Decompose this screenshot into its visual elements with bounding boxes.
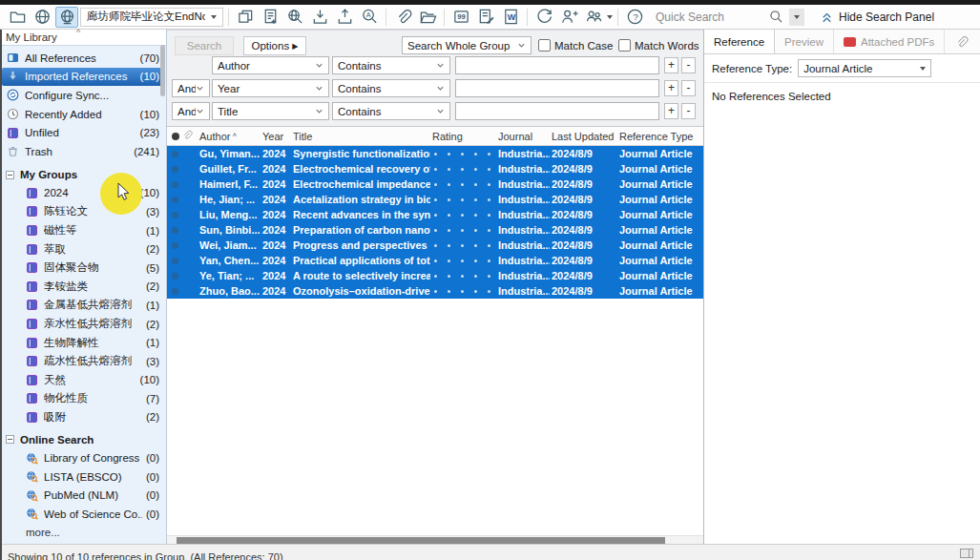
reference-row[interactable]: Liu, Meng...2024Recent advances in the s…	[167, 207, 703, 222]
sidebar-item[interactable]: LISTA (EBSCO)(0)	[0, 467, 166, 487]
online-search-icon[interactable]	[283, 7, 306, 28]
sidebar-item[interactable]: 物化性质(7)	[0, 389, 166, 408]
sidebar-item[interactable]: 2024(10)	[0, 184, 166, 203]
sidebar-item[interactable]: 吸附(2)	[0, 408, 166, 427]
column-header-rating[interactable]: Rating	[430, 131, 496, 142]
quick-search-dropdown-icon[interactable]	[789, 9, 804, 26]
remove-criteria-button[interactable]: -	[681, 103, 696, 119]
rating-dots[interactable]	[430, 153, 496, 156]
new-library-icon[interactable]	[6, 7, 29, 28]
sidebar-item[interactable]: 固体聚合物(5)	[0, 259, 166, 278]
comparator-select[interactable]: Contains	[332, 56, 450, 74]
field-select[interactable]: Year	[212, 79, 329, 97]
copy-references-icon[interactable]	[234, 7, 257, 28]
sidebar-item[interactable]: 疏水性低共熔溶剂(3)	[0, 352, 166, 371]
sidebar-item[interactable]: Library of Congress(0)	[0, 448, 166, 467]
sidebar-item[interactable]: Unfiled(23)	[0, 123, 166, 142]
quick-search-input[interactable]	[656, 8, 762, 27]
field-select[interactable]: Title	[212, 102, 329, 120]
add-criteria-button[interactable]: +	[664, 103, 678, 119]
collapse-expander-icon[interactable]	[6, 435, 14, 444]
collaborators-dropdown-icon[interactable]	[607, 15, 613, 19]
reference-row[interactable]: Sun, Binbi...2024Preparation of carbon n…	[167, 222, 703, 238]
search-term-input[interactable]	[455, 79, 659, 97]
open-shared-library-icon[interactable]	[31, 7, 53, 28]
reference-row[interactable]: Zhuo, Bao...2024Ozonolysis–oxidation-dri…	[167, 283, 703, 299]
open-attachment-icon[interactable]	[416, 7, 439, 28]
sidebar-scrollbar[interactable]	[160, 45, 165, 96]
rating-dots[interactable]	[430, 229, 496, 232]
rating-dots[interactable]	[430, 275, 496, 278]
remove-criteria-button[interactable]: -	[681, 80, 696, 96]
search-button[interactable]: Search	[175, 36, 234, 55]
match-case-checkbox[interactable]: Match Case	[538, 39, 613, 52]
reference-row[interactable]: Wei, Jiam...2024Progress and perspective…	[167, 238, 703, 253]
column-header-reference-type[interactable]: Reference Type	[617, 131, 703, 142]
collaborators-icon[interactable]	[582, 7, 605, 28]
word-cwyw-icon[interactable]: W	[499, 7, 522, 28]
match-words-checkbox[interactable]: Match Words	[618, 39, 699, 52]
sidebar-item[interactable]: All References(70)	[0, 49, 166, 68]
hide-search-panel-button[interactable]: Hide Search Panel	[820, 10, 934, 24]
sidebar-item[interactable]: 金属基低共熔溶剂(1)	[0, 296, 166, 315]
search-term-input[interactable]	[455, 102, 659, 120]
tab-reference[interactable]: Reference	[704, 30, 775, 53]
column-header-year[interactable]: Year	[261, 131, 291, 142]
shared-library-icon[interactable]	[55, 7, 78, 28]
search-term-input[interactable]	[455, 56, 659, 74]
new-reference-icon[interactable]	[259, 7, 281, 28]
tab-attached-pdfs[interactable]: Attached PDFs	[834, 30, 945, 53]
import-icon[interactable]	[308, 7, 331, 28]
reference-row[interactable]: He, Jian; ...2024Acetalization strategy …	[167, 192, 703, 207]
sidebar-item[interactable]: 天然(10)	[0, 371, 166, 390]
sidebar-item[interactable]: PubMed (NLM)(0)	[0, 486, 166, 505]
reference-row[interactable]: Gu, Yiman...2024Synergistic functionaliz…	[167, 146, 703, 161]
column-header-journal[interactable]: Journal	[496, 131, 550, 142]
attachment-column-icon[interactable]	[181, 129, 198, 143]
sidebar-item[interactable]: Configure Sync...	[0, 86, 166, 105]
sidebar-item[interactable]: Recently Added(10)	[0, 105, 166, 124]
sidebar-item[interactable]: 陈钰论文(3)	[0, 202, 166, 221]
online-search-header[interactable]: Online Search	[0, 430, 166, 448]
quick-search-icon[interactable]	[764, 7, 787, 28]
field-select[interactable]: Author	[212, 56, 329, 74]
rating-dots[interactable]	[430, 259, 496, 262]
remove-criteria-button[interactable]: -	[681, 57, 696, 73]
reference-row[interactable]: Yan, Chen...2024Practical applications o…	[167, 253, 703, 268]
horizontal-scrollbar[interactable]	[167, 535, 703, 544]
column-header-last-updated[interactable]: Last Updated	[550, 131, 617, 142]
rating-dots[interactable]	[430, 183, 496, 186]
search-scope-select[interactable]: Search Whole Group	[402, 36, 532, 54]
sidebar-item[interactable]: 李铵盐类(2)	[0, 278, 166, 297]
share-library-icon[interactable]	[557, 7, 580, 28]
boolean-select[interactable]: And	[172, 79, 210, 97]
comparator-select[interactable]: Contains	[332, 79, 450, 97]
reference-row[interactable]: Haimerl, F...2024Electrochemical impedan…	[167, 176, 703, 192]
attach-pdf-icon[interactable]	[945, 30, 978, 53]
sidebar-item[interactable]: Trash(241)	[0, 142, 166, 161]
sidebar-item[interactable]: 磁性等(1)	[0, 221, 166, 240]
my-library-pane-header[interactable]: My Library ^	[0, 30, 166, 46]
reference-row[interactable]: Ye, Tian; ...2024A route to selectively …	[167, 268, 703, 283]
rating-dots[interactable]	[430, 198, 496, 201]
reference-type-select[interactable]: Journal Article	[798, 59, 931, 77]
more-link[interactable]: more...	[0, 524, 166, 543]
column-header-author[interactable]: Author˄	[198, 131, 261, 142]
reference-row[interactable]: Guillet, Fr...2024Electrochemical recove…	[167, 161, 703, 176]
comparator-select[interactable]: Contains	[332, 102, 450, 120]
sidebar-item[interactable]: 亲水性低共熔溶剂(2)	[0, 315, 166, 334]
rating-dots[interactable]	[430, 244, 496, 247]
rating-dots[interactable]	[430, 168, 496, 171]
options-button[interactable]: Options ▶	[243, 36, 306, 55]
help-icon[interactable]: ?	[623, 7, 646, 28]
attach-file-icon[interactable]	[391, 7, 414, 28]
rating-dots[interactable]	[430, 214, 496, 217]
sidebar-item[interactable]: 萃取(2)	[0, 239, 166, 259]
my-groups-header[interactable]: My Groups	[0, 166, 166, 184]
rating-dots[interactable]	[430, 290, 496, 293]
library-selector[interactable]: 廊坊师院毕业论文EndNote模板	[80, 8, 223, 27]
sidebar-item[interactable]: Imported References(10)	[2, 68, 164, 87]
layout-toggle-icon[interactable]	[960, 549, 973, 558]
format-bibliography-icon[interactable]	[474, 7, 497, 28]
column-header-title[interactable]: Title	[291, 131, 430, 142]
